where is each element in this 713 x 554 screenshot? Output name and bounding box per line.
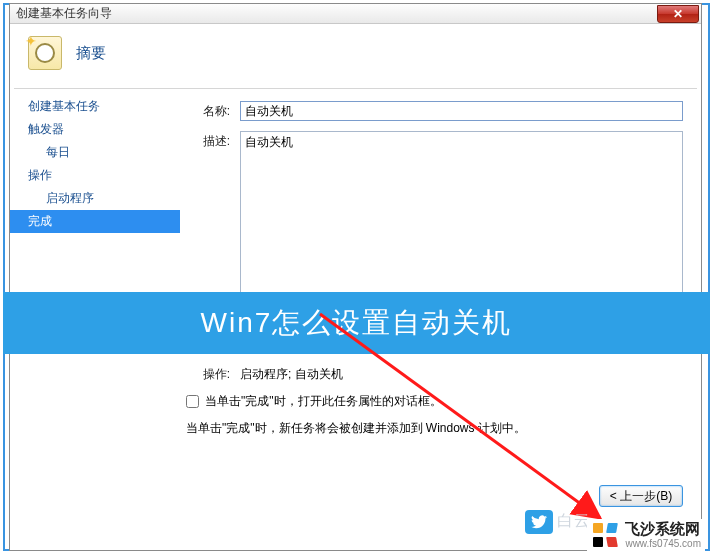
open-properties-label: 当单击"完成"时，打开此任务属性的对话框。 — [205, 393, 442, 410]
sidebar-item-launch[interactable]: 启动程序 — [10, 187, 180, 210]
wizard-button-bar: < 上一步(B) — [599, 485, 683, 507]
sidebar-item-daily[interactable]: 每日 — [10, 141, 180, 164]
sidebar-item-action[interactable]: 操作 — [10, 164, 180, 187]
watermark-title: 飞沙系统网 — [625, 521, 701, 538]
ghost-watermark: 白云 — [557, 511, 591, 532]
site-watermark: 飞沙系统网 www.fs0745.com — [587, 519, 705, 551]
twitter-icon — [525, 510, 553, 534]
desc-textarea[interactable] — [240, 131, 683, 299]
open-properties-checkbox[interactable] — [186, 395, 199, 408]
desc-label: 描述: — [184, 131, 240, 150]
watermark-logo-icon — [591, 521, 619, 549]
window-title: 创建基本任务向导 — [16, 5, 112, 22]
watermark-subtitle: www.fs0745.com — [625, 538, 701, 549]
tutorial-banner: Win7怎么设置自动关机 — [3, 292, 710, 354]
action-value: 启动程序; 自动关机 — [240, 364, 683, 383]
sidebar-item-trigger[interactable]: 触发器 — [10, 118, 180, 141]
wizard-header: ✦ 摘要 — [10, 24, 701, 88]
sidebar-item-create[interactable]: 创建基本任务 — [10, 95, 180, 118]
close-icon: ✕ — [673, 7, 683, 21]
name-label: 名称: — [184, 101, 240, 120]
completion-note: 当单击"完成"时，新任务将会被创建并添加到 Windows 计划中。 — [186, 420, 683, 437]
close-button[interactable]: ✕ — [657, 5, 699, 23]
back-button[interactable]: < 上一步(B) — [599, 485, 683, 507]
sidebar-item-finish[interactable]: 完成 — [10, 210, 180, 233]
wizard-window: 创建基本任务向导 ✕ ✦ 摘要 创建基本任务 触发器 每日 操作 启动程序 完成… — [9, 3, 702, 551]
action-label: 操作: — [184, 364, 240, 383]
page-title: 摘要 — [76, 44, 106, 63]
wizard-clock-icon: ✦ — [28, 36, 62, 70]
name-input[interactable] — [240, 101, 683, 121]
banner-text: Win7怎么设置自动关机 — [201, 304, 513, 342]
titlebar: 创建基本任务向导 ✕ — [10, 4, 701, 24]
